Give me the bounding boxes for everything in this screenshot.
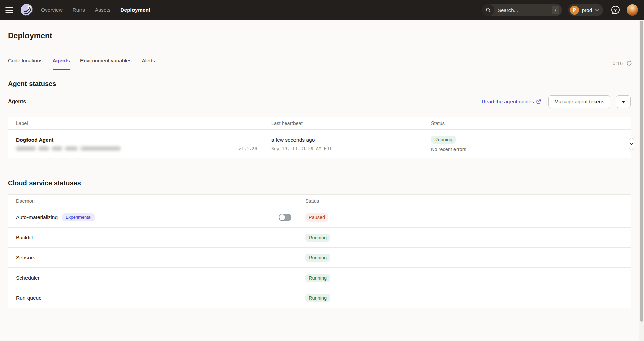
daemon-row-auto-materializing: Auto-materializing Experimental Paused [8,207,631,228]
daemon-status-badge: Running [305,254,330,262]
daemon-status-badge: Paused [305,213,328,222]
tab-agents[interactable]: Agents [53,58,70,70]
agents-table: Label Last heartbeat Status Dogfood Agen… [8,117,631,158]
tab-environment-variables[interactable]: Environment variables [80,58,131,70]
deployment-page: Deployment Code locations Agents Environ… [0,20,644,341]
agents-subheading: Agents [8,99,26,105]
heartbeat-timestamp: Sep 19, 11:31:59 AM EDT [271,146,417,151]
daemon-name: Backfill [16,235,33,241]
col-last-heartbeat: Last heartbeat [263,117,423,129]
experimental-badge: Experimental [62,213,95,221]
daemon-row-backfill: Backfill Running [8,228,631,248]
nav-overview[interactable]: Overview [41,7,63,13]
agent-tokens-menu-button[interactable] [616,95,631,108]
agent-version: v1.1.20 [238,146,257,151]
deployment-tabs: Code locations Agents Environment variab… [8,58,631,70]
refresh-timer: 0:16 [613,60,632,66]
search-icon [482,4,494,16]
tab-code-locations[interactable]: Code locations [8,58,43,70]
caret-down-icon [622,101,625,103]
agent-id-redacted [16,146,121,151]
daemon-status-badge: Running [305,274,330,282]
col-label: Label [8,117,263,129]
agent-name: Dogfood Agent [16,137,257,143]
agent-errors-text: No recent errors [431,147,617,152]
search-input[interactable] [498,7,538,13]
daemon-name: Sensors [16,255,35,261]
daemon-row-run-queue: Run queue Running [8,288,631,308]
agent-row: Dogfood Agent v1.1.20 a few seconds ago … [8,130,631,158]
agent-row-expand-button[interactable] [629,138,634,150]
cloud-service-statuses-heading: Cloud service statuses [8,179,631,187]
chevron-down-icon [629,143,634,145]
daemon-row-scheduler: Scheduler Running [8,268,631,288]
cloud-services-table: Daemon Status Auto-materializing Experim… [8,194,631,308]
daemon-row-sensors: Sensors Running [8,248,631,268]
heartbeat-relative: a few seconds ago [271,137,417,143]
top-nav: Overview Runs Assets Deployment / P prod [0,0,644,20]
deployment-initial-badge: P [570,6,579,15]
svg-text:?: ? [614,8,617,13]
col-daemon: Daemon [8,195,297,207]
col-status: Status [423,117,623,129]
scrollbar-thumb[interactable] [640,21,643,322]
agent-status-badge: Running [431,136,456,144]
nav-assets[interactable]: Assets [95,7,111,13]
agent-guides-link-label: Read the agent guides [482,99,534,105]
nav-deployment[interactable]: Deployment [120,7,150,13]
deployment-switcher[interactable]: P prod [568,4,603,16]
tab-alerts[interactable]: Alerts [142,58,155,70]
scrollbar-track [639,20,644,341]
daemon-name: Auto-materializing [16,214,58,221]
manage-agent-tokens-button[interactable]: Manage agent tokens [548,95,610,108]
refresh-icon[interactable] [626,60,632,66]
chevron-down-icon [595,9,599,11]
auto-materializing-toggle[interactable] [279,214,291,221]
dagster-logo[interactable] [20,3,34,17]
daemon-name: Scheduler [16,275,40,281]
hamburger-icon[interactable] [5,7,14,13]
search-bar[interactable]: / [482,4,562,16]
daemon-status-badge: Running [305,294,330,302]
nav-runs[interactable]: Runs [73,7,85,13]
agent-statuses-heading: Agent statuses [8,79,631,88]
primary-nav: Overview Runs Assets Deployment [41,7,150,13]
search-shortcut-key: / [552,6,559,14]
refresh-countdown: 0:16 [613,60,623,66]
external-link-icon [536,99,541,104]
daemon-status-badge: Running [305,234,330,242]
col-daemon-status: Status [297,195,631,207]
help-icon[interactable]: ? [610,5,621,15]
deployment-switcher-label: prod [582,7,592,13]
user-avatar[interactable] [627,4,638,16]
agent-guides-link[interactable]: Read the agent guides [482,99,541,105]
page-title: Deployment [8,20,631,41]
daemon-name: Run queue [16,295,42,301]
